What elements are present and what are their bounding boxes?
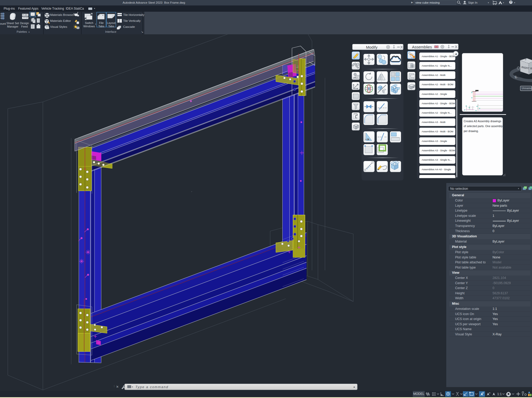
svg-text:1:1: 1:1 <box>497 392 502 396</box>
svg-text:B: B <box>530 67 532 70</box>
